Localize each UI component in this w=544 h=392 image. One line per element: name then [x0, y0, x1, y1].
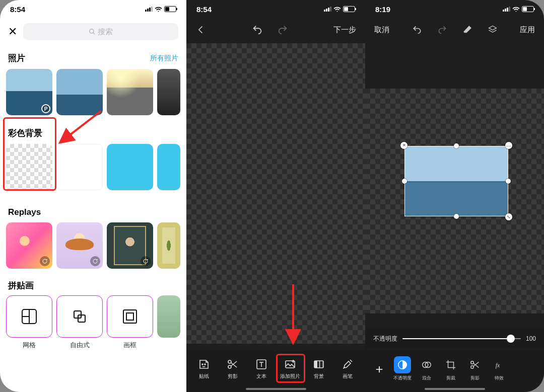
transparent-swatch[interactable] — [6, 144, 52, 190]
redo-icon[interactable] — [277, 24, 288, 35]
cancel-button[interactable]: 取消 — [374, 25, 389, 35]
collage-title: 拼贴画 — [0, 271, 186, 295]
sticker-icon — [198, 358, 210, 370]
svg-point-14 — [228, 365, 231, 368]
svg-point-11 — [202, 364, 203, 365]
status-bar: 8:54 — [186, 0, 365, 18]
bottom-toolbar: 贴纸 剪影 文本 添加照片 背景 画笔 — [186, 351, 365, 392]
replay-thumb[interactable] — [6, 222, 52, 269]
add-button[interactable]: ＋ — [369, 359, 389, 379]
bottom-toolbar: ＋ 不透明度 混合 剪裁 剪影 fx 特效 — [365, 351, 544, 392]
tool-cutout[interactable]: 剪影 — [220, 358, 245, 380]
tool-background[interactable]: 背景 — [306, 358, 331, 380]
back-icon[interactable] — [195, 24, 207, 35]
collage-label: 画框 — [107, 341, 153, 350]
tool-text[interactable]: 文本 — [249, 358, 274, 380]
canvas[interactable] — [365, 43, 544, 329]
grid-icon — [20, 307, 38, 326]
tool-label: 画笔 — [343, 373, 353, 380]
tool-brush[interactable]: 画笔 — [335, 358, 360, 380]
layer-handle[interactable] — [402, 179, 407, 184]
canvas[interactable] — [186, 43, 365, 344]
tool-label: 背景 — [314, 373, 324, 380]
close-icon[interactable]: ✕ — [8, 26, 17, 37]
search-input[interactable]: 搜索 — [23, 23, 178, 40]
opacity-value: 100 — [526, 335, 536, 342]
svg-rect-25 — [319, 361, 320, 368]
frame-icon — [121, 307, 139, 326]
collage-freestyle-button[interactable] — [56, 295, 103, 338]
tool-add-photo[interactable]: 添加照片 — [278, 358, 303, 380]
redo-icon[interactable] — [437, 24, 448, 35]
layer-handle[interactable] — [506, 179, 511, 184]
undo-icon[interactable] — [252, 24, 263, 35]
opacity-slider-bar: 不透明度 100 — [365, 329, 544, 349]
tool-label: 贴纸 — [199, 373, 209, 380]
svg-rect-24 — [314, 361, 317, 368]
blue-swatch[interactable] — [157, 144, 180, 190]
freestyle-icon — [71, 307, 89, 326]
placed-layer[interactable] — [404, 146, 508, 216]
svg-point-30 — [471, 361, 474, 364]
layer-handle[interactable] — [454, 143, 459, 148]
status-icons — [503, 6, 534, 13]
tool-label: 文本 — [256, 373, 266, 380]
status-bar: 8:19 — [365, 0, 544, 18]
signal-icon — [324, 7, 331, 12]
tool-label: 特效 — [495, 375, 504, 381]
collage-frame-button[interactable] — [107, 295, 153, 338]
search-icon — [89, 28, 96, 35]
blend-icon — [421, 359, 432, 370]
svg-rect-8 — [123, 310, 137, 323]
collage-thumb[interactable] — [157, 295, 180, 338]
photo-thumb[interactable] — [107, 69, 153, 115]
layers-icon[interactable] — [487, 24, 498, 35]
tool-sticker[interactable]: 贴纸 — [191, 358, 217, 380]
layer-resize-handle[interactable] — [505, 213, 512, 220]
eraser-icon[interactable] — [462, 24, 473, 35]
opacity-slider[interactable] — [402, 338, 521, 339]
tool-label: 添加照片 — [280, 373, 300, 380]
layer-handle[interactable] — [454, 214, 459, 219]
photo-thumb[interactable] — [157, 69, 180, 115]
collage-grid-button[interactable] — [6, 295, 52, 338]
wifi-icon — [155, 6, 162, 13]
replay-thumb[interactable] — [56, 222, 103, 269]
tool-opacity[interactable]: 不透明度 — [391, 356, 414, 381]
background-icon — [313, 358, 325, 370]
battery-icon — [343, 6, 355, 12]
svg-point-0 — [90, 29, 94, 33]
svg-text:fx: fx — [496, 362, 500, 369]
tool-fx[interactable]: fx 特效 — [488, 356, 510, 381]
crop-icon — [445, 359, 456, 370]
wifi-icon — [333, 6, 341, 13]
svg-rect-26 — [322, 361, 323, 368]
home-indicator — [246, 388, 306, 390]
battery-icon — [522, 6, 534, 12]
replay-thumb[interactable] — [107, 222, 153, 269]
undo-icon[interactable] — [412, 24, 423, 35]
photo-thumb[interactable] — [56, 69, 103, 115]
apply-button[interactable]: 应用 — [520, 25, 535, 35]
tool-crop[interactable]: 剪裁 — [440, 356, 462, 381]
status-icons — [145, 6, 176, 13]
blue-swatch[interactable] — [107, 144, 153, 190]
text-icon — [255, 358, 267, 370]
tool-blend[interactable]: 混合 — [416, 356, 438, 381]
all-photos-link[interactable]: 所有照片 — [150, 54, 178, 63]
layer-close-handle[interactable] — [400, 142, 407, 149]
white-swatch[interactable] — [56, 144, 103, 190]
photo-thumb[interactable]: P — [6, 69, 52, 115]
layer-more-handle[interactable] — [505, 142, 512, 149]
photos-title: 照片 — [8, 52, 25, 64]
tool-label: 剪影 — [470, 375, 480, 381]
next-button[interactable]: 下一步 — [333, 25, 356, 35]
signal-icon — [145, 7, 153, 12]
search-placeholder: 搜索 — [98, 27, 113, 37]
status-bar: 8:54 — [0, 0, 186, 18]
signal-icon — [503, 7, 510, 12]
status-time: 8:54 — [196, 5, 212, 14]
tool-cutout[interactable]: 剪影 — [464, 356, 486, 381]
fx-icon: fx — [494, 359, 505, 370]
replay-thumb[interactable] — [157, 222, 180, 269]
